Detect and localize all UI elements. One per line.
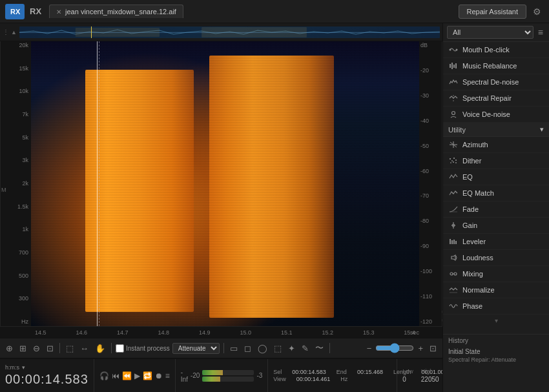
settings-icon[interactable]: ⚙ bbox=[530, 5, 544, 18]
zoom-sel-icon[interactable]: ⊡ bbox=[45, 342, 56, 355]
freq-zoom-controls: 🔍 🔍 bbox=[442, 309, 442, 325]
low-coord: Low 0 bbox=[402, 368, 413, 383]
freq-zoom-out-icon[interactable]: 🔍 bbox=[442, 318, 442, 325]
instant-process-check[interactable] bbox=[116, 344, 124, 353]
freq-label-7k: 7k bbox=[2, 112, 28, 118]
zoom-minus-icon[interactable]: − bbox=[365, 342, 374, 355]
panel-item-gain[interactable]: Gain bbox=[443, 218, 549, 234]
panel-item-music-rebalance[interactable]: Music Rebalance bbox=[443, 58, 549, 74]
waveform-strip[interactable]: ⋮ ▲ bbox=[0, 23, 442, 41]
time-dropdown-icon[interactable]: ▾ bbox=[22, 364, 25, 371]
panel-item-eq[interactable]: EQ bbox=[443, 169, 549, 185]
freq-label-3k: 3k bbox=[2, 158, 28, 163]
history-initial-state: Initial State bbox=[448, 347, 544, 356]
svg-rect-22 bbox=[453, 161, 454, 163]
waveform-overview[interactable] bbox=[19, 26, 440, 38]
panel-item-dither[interactable]: Dither bbox=[443, 153, 549, 169]
toolbar-separator-1 bbox=[59, 343, 60, 353]
zoom-slider[interactable] bbox=[375, 343, 414, 353]
go-start-icon[interactable]: ⏮ bbox=[112, 371, 119, 380]
zoom-fit-h-icon[interactable]: ⊡ bbox=[428, 342, 439, 355]
panel-list[interactable]: Mouth De-click Music Rebalance Spectral … bbox=[443, 42, 549, 334]
more-transport-icon[interactable]: ≡ bbox=[165, 371, 170, 380]
mouth-declick-icon bbox=[448, 45, 459, 55]
panel-item-spectral-denoise[interactable]: Spectral De-noise bbox=[443, 74, 549, 90]
panel-item-mouth-declick[interactable]: Mouth De-click bbox=[443, 42, 549, 58]
waveform-collapse-icon[interactable]: ⋮ bbox=[3, 28, 9, 36]
instant-process-label: Instant process bbox=[126, 345, 170, 352]
zoom-plus-icon[interactable]: + bbox=[416, 342, 425, 355]
level-bar-r bbox=[202, 377, 254, 382]
waveform-view-icon[interactable]: 〜 bbox=[313, 341, 326, 355]
svg-rect-9 bbox=[451, 63, 453, 69]
db-label-120: -120 bbox=[420, 319, 440, 325]
brush-select-icon[interactable]: ◻ bbox=[242, 342, 253, 355]
headphones-icon[interactable]: 🎧 bbox=[99, 371, 109, 380]
spectrogram-view[interactable] bbox=[31, 41, 419, 326]
high-label: High bbox=[421, 368, 439, 375]
eq-icon bbox=[448, 172, 459, 182]
view-label: View bbox=[273, 376, 285, 382]
instant-process-checkbox[interactable]: Instant process bbox=[116, 344, 170, 353]
panel-item-leveler[interactable]: Leveler bbox=[443, 234, 549, 250]
history-spectral-repair: Spectral Repair: Attenuate bbox=[448, 356, 544, 363]
svg-rect-23 bbox=[455, 162, 457, 163]
time-15.1: 15.1 bbox=[281, 329, 293, 336]
panel-item-spectral-repair[interactable]: Spectral Repair bbox=[443, 90, 549, 107]
rewind-icon[interactable]: ⏪ bbox=[122, 371, 132, 380]
panel-item-label-mixing: Mixing bbox=[462, 270, 483, 278]
freq-zoom-in-icon[interactable]: 🔍 bbox=[442, 309, 442, 316]
panel-item-mixing[interactable]: Mixing bbox=[443, 266, 549, 282]
azimuth-icon bbox=[448, 139, 459, 150]
panel-item-voice-denoise[interactable]: Voice De-noise bbox=[443, 107, 549, 123]
zoom-slider-wrap: − + bbox=[365, 342, 425, 355]
panel-menu-icon[interactable]: ≡ bbox=[536, 26, 545, 38]
select-icon[interactable]: ⬚ bbox=[64, 342, 76, 355]
status-bar: h:m:s ▾ 00:00:14.583 🎧 ⏮ ⏪ ▶ 🔁 ⏺ ≡ -Inf … bbox=[0, 358, 442, 392]
panel-scroll-more[interactable]: ▾ bbox=[443, 315, 549, 327]
panel-item-label-azimuth: Azimuth bbox=[462, 141, 488, 149]
waveform-toggle-icon[interactable]: ▲ bbox=[11, 29, 17, 36]
play-icon[interactable]: ▶ bbox=[134, 371, 140, 380]
panel-item-normalize[interactable]: Normalize bbox=[443, 282, 549, 298]
file-tab[interactable]: ✕ jean vincent_mixdown_snare.12.aif bbox=[49, 5, 183, 18]
panel-filter-dropdown[interactable]: All bbox=[447, 26, 533, 39]
panel-item-loudness[interactable]: Loudness bbox=[443, 250, 549, 266]
coordinates-section: Low 0 High 22050 Range 22050 Cursor bbox=[397, 359, 442, 392]
file-name: jean vincent_mixdown_snare.12.aif bbox=[65, 8, 176, 15]
selection-info-section: Sel 00:00:14.583 End 00:15.468 Length 00… bbox=[268, 359, 397, 392]
panel-item-fade[interactable]: Fade bbox=[443, 201, 549, 218]
record-icon[interactable]: ⏺ bbox=[155, 371, 163, 380]
time-labels: 14.5 14.6 14.7 14.8 14.9 15.0 15.1 15.2 … bbox=[32, 329, 418, 336]
lasso-select-icon[interactable]: ◯ bbox=[256, 342, 269, 355]
time-label-row: h:m:s ▾ bbox=[5, 364, 88, 371]
rect-select-icon[interactable]: ▭ bbox=[228, 342, 240, 355]
history-title: History bbox=[448, 337, 544, 344]
zoom-out-icon[interactable]: ⊖ bbox=[31, 342, 42, 355]
repair-assistant-button[interactable]: Repair Assistant bbox=[459, 5, 526, 19]
time-select-2-icon[interactable]: ⬚ bbox=[272, 342, 284, 355]
attenuate-dropdown[interactable]: Attenuate bbox=[172, 343, 220, 354]
db-label-40: -40 bbox=[420, 118, 440, 124]
panel-item-azimuth[interactable]: Azimuth bbox=[443, 137, 549, 153]
pan-icon[interactable]: ✋ bbox=[93, 342, 107, 355]
pencil-icon[interactable]: ✎ bbox=[300, 342, 311, 355]
time-select-icon[interactable]: ↔ bbox=[78, 342, 90, 355]
db-label-30: -30 bbox=[420, 93, 440, 99]
utility-section-header[interactable]: Utility ▾ bbox=[443, 123, 549, 137]
top-bar: RX RX ✕ jean vincent_mixdown_snare.12.ai… bbox=[0, 0, 549, 23]
current-time-display: 00:00:14.583 bbox=[5, 372, 88, 387]
sel-label: Sel bbox=[273, 369, 282, 375]
tab-close-icon[interactable]: ✕ bbox=[56, 8, 61, 15]
panel-item-eq-match[interactable]: EQ Match bbox=[443, 185, 549, 201]
panel-item-label-eq-match: EQ Match bbox=[462, 189, 494, 197]
loop-icon[interactable]: 🔁 bbox=[143, 371, 152, 380]
music-rebalance-icon bbox=[448, 61, 459, 71]
magic-wand-icon[interactable]: ✦ bbox=[286, 342, 297, 355]
time-format-label: h:m:s bbox=[5, 364, 19, 371]
zoom-fit-icon[interactable]: ⊞ bbox=[17, 342, 28, 355]
panel-item-phase[interactable]: Phase bbox=[443, 298, 549, 315]
gain-icon bbox=[448, 220, 459, 231]
db-label-100: -100 bbox=[420, 269, 440, 274]
zoom-in-icon[interactable]: ⊕ bbox=[4, 342, 15, 355]
